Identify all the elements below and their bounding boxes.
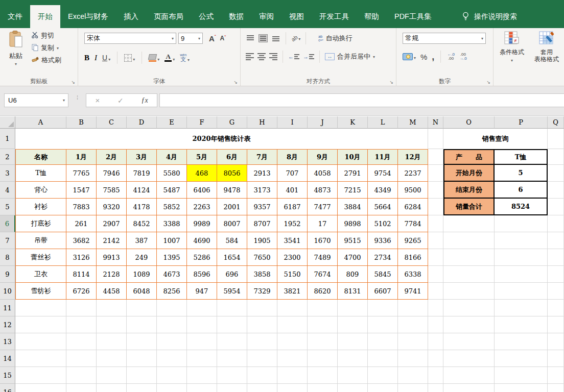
row-header-8[interactable]: 8 xyxy=(0,249,15,266)
cell-N3[interactable] xyxy=(428,165,443,182)
tab-文件[interactable]: 文件 xyxy=(0,5,30,28)
cell-L16[interactable] xyxy=(368,384,398,392)
insert-function-button[interactable]: ƒx xyxy=(141,96,148,105)
cell-K9[interactable]: 809 xyxy=(338,266,368,283)
row-header-6[interactable]: 6 xyxy=(0,215,15,232)
cell-O11[interactable] xyxy=(443,300,495,316)
cell-Q5[interactable] xyxy=(548,199,564,215)
cell-H14[interactable] xyxy=(247,350,277,367)
cell-F16[interactable] xyxy=(187,384,217,392)
cell-M6[interactable]: 7784 xyxy=(398,215,428,232)
cell-J6[interactable]: 17 xyxy=(308,215,338,232)
cell-C5[interactable]: 9320 xyxy=(97,199,127,215)
cell-L10[interactable]: 6607 xyxy=(368,283,398,300)
conditional-formatting-button[interactable]: ≠ 条件格式 ▾ xyxy=(496,31,528,64)
cell-L13[interactable] xyxy=(368,333,398,350)
cell-G10[interactable]: 5954 xyxy=(217,283,247,300)
cell-L5[interactable]: 5664 xyxy=(368,199,398,215)
cell-F10[interactable]: 947 xyxy=(187,283,217,300)
cell-M2[interactable]: 12月 xyxy=(398,149,428,165)
tab-页面布局[interactable]: 页面布局 xyxy=(146,5,191,28)
cell-O10[interactable] xyxy=(443,283,495,300)
cell-P15[interactable] xyxy=(495,367,548,384)
cell-O8[interactable] xyxy=(443,249,495,266)
col-header-I[interactable]: I xyxy=(277,116,308,129)
row-header-5[interactable]: 5 xyxy=(0,199,15,215)
cell-J8[interactable]: 7489 xyxy=(308,249,338,266)
cell-E8[interactable]: 1395 xyxy=(157,249,187,266)
font-name-select[interactable]: 宋体 ▾ xyxy=(84,33,176,44)
cell-I12[interactable] xyxy=(277,316,308,333)
col-header-J[interactable]: J xyxy=(308,116,338,129)
cell-I13[interactable] xyxy=(277,333,308,350)
cell-A9[interactable]: 卫衣 xyxy=(15,266,66,283)
row-header-15[interactable]: 15 xyxy=(0,367,15,384)
cell-L11[interactable] xyxy=(368,300,398,316)
name-box-input[interactable] xyxy=(5,96,56,105)
cell-E16[interactable] xyxy=(157,384,187,392)
cell-N11[interactable] xyxy=(428,300,443,316)
col-header-G[interactable]: G xyxy=(217,116,247,129)
tab-公式[interactable]: 公式 xyxy=(191,5,221,28)
cell-M13[interactable] xyxy=(398,333,428,350)
cell-A15[interactable] xyxy=(15,367,66,384)
row-header-4[interactable]: 4 xyxy=(0,182,15,199)
number-format-select[interactable]: 常规 ▾ xyxy=(403,33,486,44)
cell-A4[interactable]: 背心 xyxy=(15,182,66,199)
cell-J7[interactable]: 1670 xyxy=(308,232,338,249)
cell-K5[interactable]: 3884 xyxy=(338,199,368,215)
cell-B2[interactable]: 1月 xyxy=(66,149,97,165)
cell-B16[interactable] xyxy=(66,384,97,392)
cell-E13[interactable] xyxy=(157,333,187,350)
copy-button[interactable]: 复制 ▾ xyxy=(32,43,61,53)
cell-Q15[interactable] xyxy=(548,367,564,384)
row-header-7[interactable]: 7 xyxy=(0,232,15,249)
cell-P14[interactable] xyxy=(495,350,548,367)
cell-A16[interactable] xyxy=(15,384,66,392)
cell-C12[interactable] xyxy=(97,316,127,333)
decrease-decimal-button[interactable]: .00→.0 xyxy=(459,53,467,61)
formula-bar-grip[interactable]: ⁞ xyxy=(77,96,78,99)
bold-button[interactable]: B xyxy=(84,54,89,62)
cell-Q12[interactable] xyxy=(548,316,564,333)
col-header-N[interactable]: N xyxy=(428,116,443,129)
cell-F11[interactable] xyxy=(187,300,217,316)
cell-M12[interactable] xyxy=(398,316,428,333)
align-center-button[interactable] xyxy=(257,53,266,60)
align-left-button[interactable] xyxy=(246,53,254,60)
col-header-L[interactable]: L xyxy=(368,116,398,129)
col-header-M[interactable]: M xyxy=(398,116,428,129)
merge-center-button[interactable]: ↔ 合并后居中 ▾ xyxy=(325,52,375,61)
cell-G3[interactable]: 8056 xyxy=(217,165,247,182)
cell-D15[interactable] xyxy=(127,367,157,384)
cell-L12[interactable] xyxy=(368,316,398,333)
col-header-H[interactable]: H xyxy=(247,116,277,129)
cell-Q11[interactable] xyxy=(548,300,564,316)
cell-B8[interactable]: 3126 xyxy=(66,249,97,266)
cell-K13[interactable] xyxy=(338,333,368,350)
cell-M15[interactable] xyxy=(398,367,428,384)
tab-Excel与财务[interactable]: Excel与财务 xyxy=(60,5,116,28)
row-header-16[interactable]: 16 xyxy=(0,384,15,392)
cell-C10[interactable]: 4458 xyxy=(97,283,127,300)
cell-B3[interactable]: 7765 xyxy=(66,165,97,182)
tab-帮助[interactable]: 帮助 xyxy=(357,5,387,28)
cell-D8[interactable]: 249 xyxy=(127,249,157,266)
cell-L2[interactable]: 11月 xyxy=(368,149,398,165)
cell-B4[interactable]: 1547 xyxy=(66,182,97,199)
cell-O13[interactable] xyxy=(443,333,495,350)
cell-N9[interactable] xyxy=(428,266,443,283)
formula-input[interactable] xyxy=(160,94,564,108)
italic-button[interactable]: I xyxy=(95,54,97,62)
cell-I10[interactable]: 3821 xyxy=(277,283,308,300)
cell-G16[interactable] xyxy=(217,384,247,392)
tab-PDF工具集[interactable]: PDF工具集 xyxy=(387,5,439,28)
cell-J3[interactable]: 4058 xyxy=(308,165,338,182)
sheet-title-cell[interactable]: 2020年销售统计表 xyxy=(15,129,428,149)
cell-O2[interactable]: 产 品 xyxy=(443,149,495,165)
cell-G11[interactable] xyxy=(217,300,247,316)
cell-C8[interactable]: 9913 xyxy=(97,249,127,266)
cell-C14[interactable] xyxy=(97,350,127,367)
tell-me-search[interactable]: 操作说明搜索 xyxy=(462,5,517,28)
cell-Q3[interactable] xyxy=(548,165,564,182)
